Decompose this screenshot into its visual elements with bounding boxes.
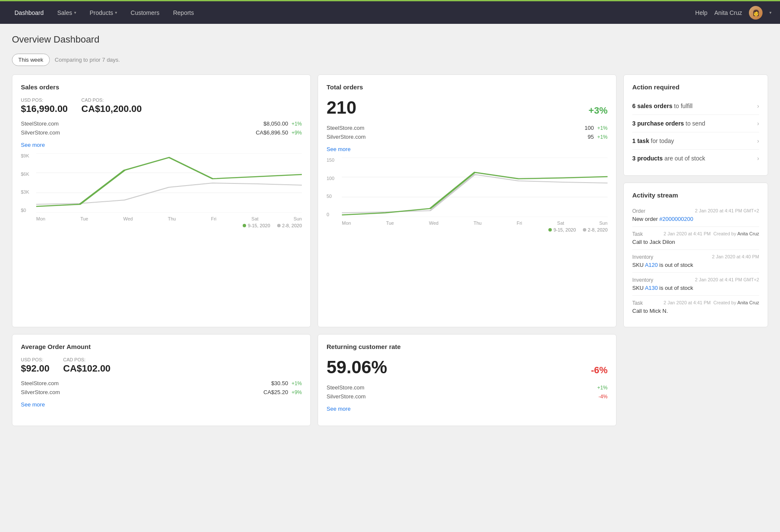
total-orders-card: Total orders 210 +3% SteelStore.com 100 …: [318, 74, 617, 327]
returning-store-row-2: SilverStore.com -4%: [327, 393, 608, 400]
action-required-card: Action required 6 sales orders to fulfil…: [623, 74, 768, 176]
usd-pos-block: USD POS: $16,990.00: [21, 97, 68, 114]
sales-store-row-2: SilverStore.com CA$6,896.50 +9%: [21, 129, 302, 136]
activity-sku-link[interactable]: A120: [645, 262, 658, 268]
activity-body: SKU A130 is out of stock: [632, 285, 759, 291]
activity-item-inv1: Inventory 2 Jan 2020 at 4:40 PM SKU A120…: [632, 250, 759, 273]
nav-item-dashboard[interactable]: Dashboard: [9, 6, 50, 20]
chevron-down-icon: ▾: [115, 10, 117, 15]
page-title: Overview Dashboard: [12, 34, 768, 45]
store-amount: CA$25.20: [264, 389, 288, 395]
avatar[interactable]: 👩: [749, 6, 763, 20]
usd-pos-value: $16,990.00: [21, 103, 68, 114]
activity-item-task2: Task 2 Jan 2020 at 4:41 PM Created by An…: [632, 296, 759, 318]
sales-see-more[interactable]: See more: [21, 142, 45, 148]
store-amount: $8,050.00: [264, 120, 288, 127]
avg-store-row-1: SteelStore.com $30.50 +1%: [21, 380, 302, 386]
period-compare-text: Comparing to prior 7 days.: [55, 57, 120, 63]
nav-item-reports[interactable]: Reports: [167, 6, 200, 20]
help-link[interactable]: Help: [695, 9, 708, 16]
page-content: Overview Dashboard This week Comparing t…: [0, 24, 780, 436]
store-change-badge: +1%: [597, 125, 608, 131]
store-change-badge: +9%: [292, 130, 302, 136]
chevron-right-icon: ›: [757, 120, 759, 127]
cad-pos-label: CAD POS:: [81, 97, 142, 103]
avg-cad-label: CAD POS:: [63, 357, 110, 362]
nav-item-sales[interactable]: Sales ▾: [52, 6, 82, 20]
returning-rate-change: -6%: [591, 365, 608, 376]
legend-dot-prior: [583, 228, 586, 232]
activity-time: 2 Jan 2020 at 4:40 PM: [712, 254, 759, 260]
avg-usd-block: USD POS: $92.00: [21, 357, 49, 374]
dashboard-bottom-grid: Average Order Amount USD POS: $92.00 CAD…: [12, 334, 768, 426]
total-orders-row: 210 +3%: [327, 97, 608, 118]
total-see-more[interactable]: See more: [327, 146, 350, 152]
avg-pos-row: USD POS: $92.00 CAD POS: CA$102.00: [21, 357, 302, 374]
activity-type: Inventory: [632, 254, 653, 260]
store-name: SteelStore.com: [327, 384, 364, 391]
store-name: SteelStore.com: [21, 380, 59, 386]
activity-item-task1: Task 2 Jan 2020 at 4:41 PM Created by An…: [632, 227, 759, 250]
activity-type: Task: [632, 300, 643, 306]
activity-body: Call to Mick N.: [632, 308, 759, 314]
action-required-title: Action required: [632, 83, 759, 91]
dashboard-top-grid: Sales orders USD POS: $16,990.00 CAD POS…: [12, 74, 768, 327]
store-name: SteelStore.com: [21, 120, 59, 127]
returning-store-row-1: SteelStore.com +1%: [327, 384, 608, 391]
chevron-right-icon: ›: [757, 137, 759, 144]
store-name: SilverStore.com: [21, 389, 60, 395]
avg-usd-label: USD POS:: [21, 357, 49, 362]
store-change-badge: +1%: [597, 134, 608, 140]
activity-item-order: Order 2 Jan 2020 at 4:41 PM GMT+2 New or…: [632, 204, 759, 227]
action-text: 3 products are out of stock: [632, 155, 705, 162]
right-panel-spacer: [623, 334, 768, 426]
chart-y-labels: 150 100 50 0: [327, 157, 340, 217]
cad-pos-value: CA$10,200.00: [81, 103, 142, 114]
nav-right: Help Anita Cruz 👩 ▾: [695, 6, 771, 20]
store-amount: CA$6,896.50: [256, 129, 288, 136]
period-tabs: This week Comparing to prior 7 days.: [12, 54, 768, 66]
chevron-right-icon: ›: [757, 155, 759, 162]
store-change-badge: +1%: [292, 380, 302, 386]
sales-store-row-1: SteelStore.com $8,050.00 +1%: [21, 120, 302, 127]
sales-orders-card: Sales orders USD POS: $16,990.00 CAD POS…: [12, 74, 311, 327]
activity-type: Task: [632, 231, 643, 237]
total-store-row-2: SilverStore.com 95 +1%: [327, 134, 608, 140]
legend-dot-current: [243, 224, 246, 227]
avg-cad-block: CAD POS: CA$102.00: [63, 357, 110, 374]
legend-dot-current: [548, 228, 552, 232]
legend-dot-prior: [277, 224, 281, 227]
nav-links: Dashboard Sales ▾ Products ▾ Customers R…: [9, 6, 695, 20]
returning-rate-card: Returning customer rate 59.06% -6% Steel…: [318, 334, 617, 426]
action-text: 6 sales orders to fulfill: [632, 103, 693, 109]
sales-pos-row: USD POS: $16,990.00 CAD POS: CA$10,200.0…: [21, 97, 302, 114]
chart-svg-area: [342, 157, 608, 217]
user-menu-chevron[interactable]: ▾: [769, 10, 771, 15]
user-name: Anita Cruz: [714, 9, 742, 16]
nav-item-products[interactable]: Products ▾: [84, 6, 123, 20]
period-tab-thisweek[interactable]: This week: [12, 54, 50, 66]
activity-stream-card: Activity stream Order 2 Jan 2020 at 4:41…: [623, 183, 768, 327]
avg-usd-value: $92.00: [21, 363, 49, 374]
activity-order-link[interactable]: #2000000200: [660, 216, 694, 222]
store-change-badge: +1%: [292, 121, 302, 127]
avg-see-more[interactable]: See more: [21, 401, 45, 408]
avg-cad-value: CA$102.00: [63, 363, 110, 374]
chart-x-labels: Mon Tue Wed Thu Fri Sat Sun: [36, 216, 302, 221]
action-item-purchase[interactable]: 3 purchase orders to send ›: [632, 115, 759, 132]
returning-see-more[interactable]: See more: [327, 406, 350, 412]
activity-sku-link[interactable]: A130: [645, 285, 658, 291]
activity-type: Inventory: [632, 277, 653, 283]
store-name: SteelStore.com: [327, 125, 364, 131]
action-item-sales[interactable]: 6 sales orders to fulfill ›: [632, 97, 759, 115]
navbar: Dashboard Sales ▾ Products ▾ Customers R…: [0, 0, 780, 24]
action-text: 3 purchase orders to send: [632, 120, 705, 127]
right-panel: Action required 6 sales orders to fulfil…: [623, 74, 768, 327]
action-item-task[interactable]: 1 task for today ›: [632, 132, 759, 150]
nav-item-customers[interactable]: Customers: [125, 6, 166, 20]
activity-time: 2 Jan 2020 at 4:41 PM GMT+2: [695, 277, 759, 283]
total-orders-number: 210: [327, 97, 356, 118]
action-item-products[interactable]: 3 products are out of stock ›: [632, 150, 759, 167]
usd-pos-label: USD POS:: [21, 97, 68, 103]
activity-time: 2 Jan 2020 at 4:41 PM Created by Anita C…: [664, 231, 759, 237]
